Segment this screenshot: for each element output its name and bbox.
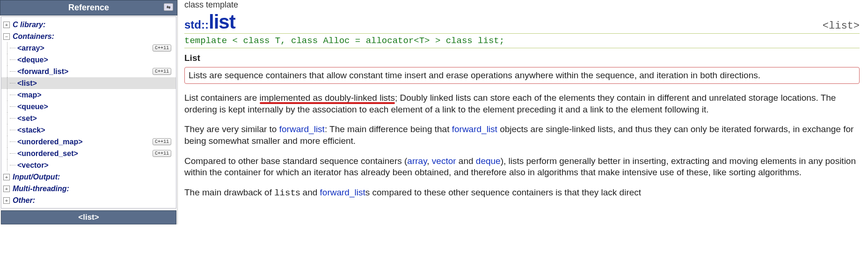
nav-tree: + C library: − Containers: <array>C++11 … bbox=[1, 16, 176, 208]
plus-icon[interactable]: + bbox=[3, 197, 10, 204]
tree-label: Multi-threading: bbox=[13, 185, 69, 193]
namespace-label: std:: bbox=[184, 18, 209, 31]
page-title: std::list bbox=[184, 11, 235, 33]
cpp11-badge: C++11 bbox=[153, 68, 171, 75]
tree-label: Other: bbox=[13, 196, 35, 205]
tree-item-set[interactable]: <set> bbox=[1, 112, 176, 124]
tree-item-multithreading[interactable]: +Multi-threading: bbox=[1, 183, 176, 194]
tree-item-deque[interactable]: <deque> bbox=[1, 54, 176, 66]
reference-header: Reference ⇆ bbox=[0, 0, 177, 15]
tree-label: <array> bbox=[17, 44, 44, 52]
template-signature: template < class T, class Alloc = alloca… bbox=[184, 33, 860, 48]
forward-list-link[interactable]: forward_list bbox=[452, 124, 497, 134]
minus-icon[interactable]: − bbox=[3, 33, 10, 40]
array-link[interactable]: array bbox=[407, 156, 427, 166]
tree-item-array[interactable]: <array>C++11 bbox=[1, 42, 176, 54]
title-row: std::list <list> bbox=[184, 11, 860, 33]
underlined-text: implemented as doubly-linked lists bbox=[260, 93, 395, 103]
tree-item-forward-list[interactable]: <forward_list>C++11 bbox=[1, 66, 176, 77]
tree-item-unordered-map[interactable]: <unordered_map>C++11 bbox=[1, 136, 176, 148]
deque-link[interactable]: deque bbox=[476, 156, 501, 166]
tree-label: <forward_list> bbox=[17, 67, 68, 76]
reference-header-text: Reference bbox=[68, 3, 109, 12]
tree-item-queue[interactable]: <queue> bbox=[1, 101, 176, 112]
forward-list-link[interactable]: forward_list bbox=[279, 124, 325, 134]
vector-link[interactable]: vector bbox=[432, 156, 456, 166]
tree-label: <set> bbox=[17, 114, 37, 123]
tree-label: <unordered_map> bbox=[17, 138, 83, 146]
list-mono: list bbox=[274, 188, 296, 198]
tree-item-other[interactable]: +Other: bbox=[1, 194, 176, 206]
tree-label: Containers: bbox=[13, 32, 54, 41]
tree-label: <vector> bbox=[17, 161, 49, 170]
main-content: class template std::list <list> template… bbox=[178, 0, 868, 224]
section-title: List bbox=[184, 53, 860, 63]
class-name: list bbox=[209, 11, 235, 33]
cpp11-badge: C++11 bbox=[153, 138, 171, 145]
tree-item-vector[interactable]: <vector> bbox=[1, 159, 176, 171]
paragraph-implementation: List containers are implemented as doubl… bbox=[184, 92, 860, 115]
tree-item-map[interactable]: <map> bbox=[1, 89, 176, 101]
tree-label: Input/Output: bbox=[13, 173, 60, 181]
sidebar: Reference ⇆ + C library: − Containers: <… bbox=[0, 0, 178, 224]
tree-label: <queue> bbox=[17, 103, 48, 111]
forward-list-link[interactable]: forward_list bbox=[320, 187, 365, 197]
tree-item-list[interactable]: <list> bbox=[1, 77, 176, 89]
tree-item-io[interactable]: +Input/Output: bbox=[1, 171, 176, 183]
tree-item-c-library[interactable]: + C library: bbox=[1, 19, 176, 30]
tree-label: <unordered_set> bbox=[17, 149, 78, 158]
tree-label: <stack> bbox=[17, 126, 45, 134]
plus-icon[interactable]: + bbox=[3, 22, 10, 28]
list-subheader: <list> bbox=[1, 210, 176, 224]
paragraph-forward-list: They are very similar to forward_list: T… bbox=[184, 124, 860, 147]
tree-item-containers[interactable]: − Containers: bbox=[1, 30, 176, 42]
header-tag: <list> bbox=[823, 20, 860, 32]
class-template-label: class template bbox=[184, 0, 860, 10]
box-text: Lists are sequence containers that allow… bbox=[189, 70, 760, 80]
plus-icon[interactable]: + bbox=[3, 174, 10, 180]
collapse-icon[interactable]: ⇆ bbox=[164, 3, 173, 11]
tree-label: <list> bbox=[17, 79, 37, 88]
tree-item-stack[interactable]: <stack> bbox=[1, 124, 176, 136]
tree-item-unordered-set[interactable]: <unordered_set>C++11 bbox=[1, 148, 176, 159]
plus-icon[interactable]: + bbox=[3, 186, 10, 192]
tree-label: C library: bbox=[13, 21, 45, 29]
tree-label: <deque> bbox=[17, 56, 48, 64]
paragraph-comparison: Compared to other base standard sequence… bbox=[184, 156, 860, 179]
tree-label: <map> bbox=[17, 91, 42, 99]
highlight-box: Lists are sequence containers that allow… bbox=[184, 67, 860, 84]
cpp11-badge: C++11 bbox=[153, 45, 171, 52]
cpp11-badge: C++11 bbox=[153, 150, 171, 157]
paragraph-drawback: The main drawback of lists and forward_l… bbox=[184, 187, 860, 199]
